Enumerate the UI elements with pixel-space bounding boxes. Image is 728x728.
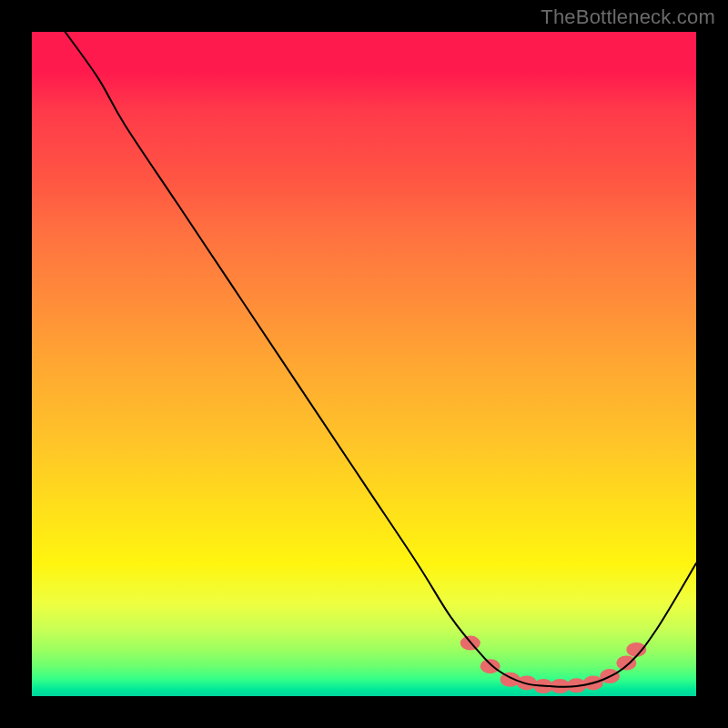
chart-frame: TheBottleneck.com <box>0 0 728 728</box>
chart-svg <box>32 32 696 696</box>
marker-point <box>626 642 646 657</box>
bottleneck-curve <box>66 32 697 687</box>
marker-point <box>616 656 636 671</box>
markers-group <box>460 636 647 693</box>
marker-point <box>480 659 500 673</box>
plot-area <box>32 32 696 696</box>
watermark-text: TheBottleneck.com <box>541 5 715 29</box>
